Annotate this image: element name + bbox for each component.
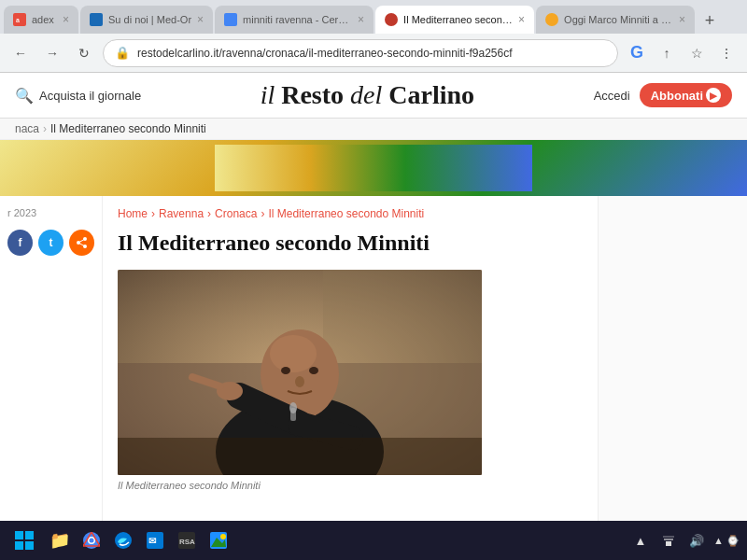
tab-medor[interactable]: Su di noi | Med-Or × (80, 6, 213, 34)
article-sidebar: r 2023 f t (0, 196, 103, 521)
system-time: ▲ ⌚ (713, 534, 740, 547)
back-button[interactable]: ← (7, 40, 34, 66)
chrome-icon[interactable] (77, 525, 106, 555)
taskbar: 📁 (0, 521, 747, 560)
tab-close-mediterraneo[interactable]: × (518, 14, 525, 25)
acquire-label: Acquista il giornale (39, 89, 141, 103)
svg-rect-46 (664, 539, 673, 540)
edge-icon[interactable] (108, 525, 138, 555)
address-bar: ← → ↻ 🔒 restodelcarlino.it/ravenna/crona… (0, 34, 747, 73)
tab-favicon-adex: a (13, 13, 26, 26)
svg-point-5 (547, 15, 557, 24)
tab-close-google[interactable]: × (358, 14, 364, 25)
header-actions: Accedi Abbonati ▶ (594, 83, 732, 107)
browser-frame: a adex × Su di noi | Med-Or × minniti ra… (0, 0, 747, 560)
svg-line-26 (300, 424, 351, 438)
svg-rect-29 (118, 438, 482, 475)
tab-favicon-oggi (545, 13, 558, 26)
clock-time: ▲ ⌚ (713, 534, 740, 547)
svg-rect-6 (215, 145, 532, 191)
new-tab-button[interactable]: + (697, 7, 723, 34)
system-tray: ▲ 🔊 ▲ ⌚ (627, 527, 740, 553)
search-icon[interactable]: 🔍 (15, 87, 34, 105)
article-breadcrumb: Home › Ravenna › Cronaca › Il Mediterran… (118, 207, 583, 220)
tray-icons: ▲ 🔊 (627, 527, 710, 553)
top-breadcrumb-bar: naca › Il Mediterraneo secondo Minniti (0, 119, 747, 140)
photos-icon[interactable] (204, 525, 233, 555)
svg-rect-3 (226, 15, 235, 24)
article-date: r 2023 (7, 207, 94, 218)
tab-close-medor[interactable]: × (197, 14, 204, 25)
tab-oggi[interactable]: Oggi Marco Minniti a Ra... × (536, 6, 695, 34)
article-image (118, 270, 482, 475)
start-button[interactable] (7, 524, 41, 557)
newspaper-header: 🔍 Acquista il giornale il Resto del Carl… (0, 73, 747, 119)
outlook-icon[interactable]: ✉ (140, 525, 170, 555)
svg-rect-2 (92, 15, 101, 24)
page-content: 🔍 Acquista il giornale il Resto del Carl… (0, 73, 747, 521)
breadcrumb-home[interactable]: Home (118, 207, 148, 220)
tab-close-oggi[interactable]: × (679, 14, 685, 25)
svg-rect-33 (25, 541, 34, 550)
lock-icon: 🔒 (115, 46, 130, 60)
bookmark-icon[interactable]: ☆ (684, 40, 710, 66)
ad-banner-image (215, 145, 532, 191)
file-explorer-icon[interactable]: 📁 (45, 525, 75, 555)
svg-rect-45 (666, 541, 671, 546)
svg-rect-31 (25, 531, 34, 539)
logo-area: il Resto del Carlino (152, 80, 583, 110)
svg-text:a: a (16, 17, 20, 23)
tab-favicon-medor (90, 13, 103, 26)
tab-adex[interactable]: a adex × (4, 6, 78, 34)
breadcrumb-article-inner[interactable]: Il Mediterraneo secondo Minniti (268, 207, 424, 220)
url-bar[interactable]: 🔒 restodelcarlino.it/ravenna/cronaca/il-… (103, 39, 618, 67)
tab-label-oggi: Oggi Marco Minniti a Ra... (564, 14, 673, 25)
article-main: Home › Ravenna › Cronaca › Il Mediterran… (103, 196, 598, 521)
svg-point-21 (309, 367, 318, 374)
abbonati-button[interactable]: Abbonati ▶ (640, 83, 732, 107)
browser-actions: G ↑ ☆ ⋮ (624, 40, 740, 66)
article-title: Il Mediterraneo secondo Minniti (118, 230, 583, 257)
reload-button[interactable]: ↻ (71, 40, 97, 66)
svg-point-44 (220, 534, 226, 539)
menu-icon[interactable]: ⋮ (713, 40, 740, 66)
network-icon[interactable] (655, 527, 682, 553)
tab-close-adex[interactable]: × (63, 14, 69, 25)
twitter-share-button[interactable]: t (38, 230, 63, 256)
svg-text:✉: ✉ (148, 536, 157, 546)
svg-rect-47 (663, 536, 674, 538)
logo-il: il (261, 80, 282, 109)
volume-icon[interactable]: 🔊 (684, 527, 710, 553)
logo-carlino: Carlino (388, 80, 474, 109)
security-token-icon[interactable]: RSA (172, 525, 202, 555)
tray-up-arrow[interactable]: ▲ (627, 527, 654, 553)
share-icon (77, 237, 88, 248)
tab-favicon-google (224, 13, 237, 26)
accedi-button[interactable]: Accedi (594, 89, 630, 103)
url-text: restodelcarlino.it/ravenna/cronaca/il-me… (137, 47, 606, 60)
windows-icon (15, 531, 34, 550)
article-area: r 2023 f t (0, 196, 747, 521)
tab-google[interactable]: minniti ravenna - Cerca c... × (215, 6, 374, 34)
article-image-caption: Il Mediterraneo secondo Minniti (118, 480, 491, 491)
forward-button[interactable]: → (39, 40, 65, 66)
tab-mediterraneo[interactable]: Il Mediterraneo secondo... × (375, 6, 534, 34)
logo: il Resto del Carlino (261, 80, 474, 109)
svg-rect-30 (15, 531, 23, 539)
svg-point-4 (387, 15, 396, 24)
svg-point-28 (289, 402, 297, 413)
breadcrumb-ravenna[interactable]: Ravenna (159, 207, 204, 220)
google-icon[interactable]: G (624, 40, 650, 66)
svg-point-19 (270, 335, 317, 372)
tab-label-google: minniti ravenna - Cerca c... (243, 14, 352, 25)
tab-label-adex: adex (32, 14, 57, 25)
social-icons: f t (7, 230, 94, 256)
share-icon[interactable]: ↑ (654, 40, 680, 66)
breadcrumb-cronaca[interactable]: Cronaca (215, 207, 257, 220)
logo-del: del (350, 80, 388, 109)
breadcrumb-naca[interactable]: naca (15, 122, 39, 135)
facebook-share-button[interactable]: f (7, 230, 33, 256)
share-button[interactable] (69, 230, 94, 256)
article-image-svg (118, 270, 482, 475)
svg-point-22 (295, 376, 304, 387)
